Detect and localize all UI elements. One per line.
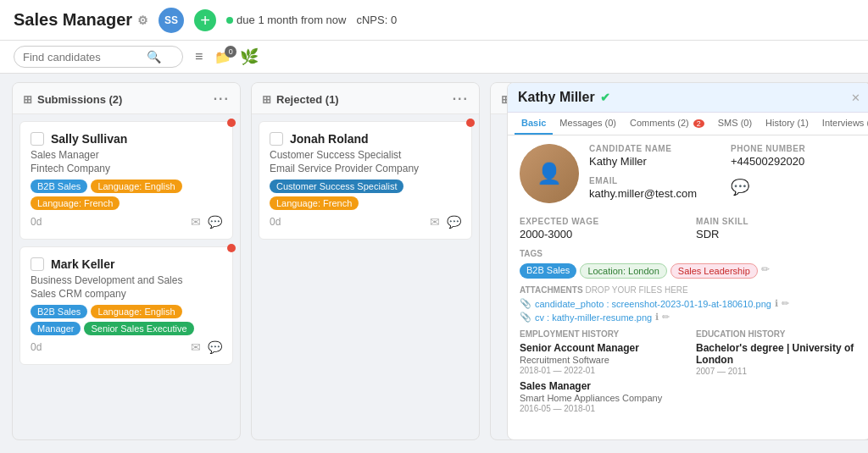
value-skill: SDR <box>696 228 859 240</box>
job-role-1: Senior Account Manager <box>520 342 682 354</box>
avatar-section: 👤 CANDIDATE NAME Kathy Miller PHONE NUMB… <box>520 144 859 208</box>
due-dot <box>226 17 233 24</box>
detail-header: Kathy Miller ✔ ✕ <box>508 83 868 113</box>
tag-manager-mark: Manager <box>31 322 81 335</box>
card-age-jonah: 0d <box>270 216 281 228</box>
employment-history: EMPLOYMENT HISTORY Senior Account Manage… <box>520 329 682 413</box>
add-button[interactable]: + <box>194 9 216 31</box>
edit-icon-1[interactable]: ✏ <box>782 298 789 309</box>
edit-tags-icon[interactable]: ✏ <box>761 263 770 279</box>
history-section: EMPLOYMENT HISTORY Senior Account Manage… <box>520 329 859 413</box>
job-company-2: Smart Home Appliances Company <box>520 393 682 403</box>
card-mark[interactable]: Mark Keller Business Development and Sal… <box>19 246 233 365</box>
company-sally: Fintech Company <box>31 163 222 174</box>
tab-interviews[interactable]: Interviews (0) <box>815 113 868 135</box>
rejected-menu[interactable]: ··· <box>453 91 469 107</box>
company-jonah: Email Service Provider Company <box>270 163 461 174</box>
detail-tag-sales: Sales Leadership <box>670 263 758 279</box>
comment-icon-sally[interactable]: 💬 <box>208 215 222 229</box>
email-icon-sally[interactable]: ✉ <box>191 215 201 229</box>
submissions-menu[interactable]: ··· <box>214 91 230 107</box>
rejected-column: ⊞ Rejected (1) ··· Jonah Roland Customer… <box>251 82 480 440</box>
tag-lang-en-sally: Language: English <box>91 180 181 193</box>
value-candidate-name: Kathy Miller <box>589 155 717 168</box>
detail-close-icon[interactable]: ✕ <box>851 91 860 104</box>
job-dates-2: 2016-05 — 2018-01 <box>520 404 682 413</box>
value-phone: +44500292020 <box>731 155 859 168</box>
grid-icon: ⊞ <box>23 93 32 106</box>
detail-panel: Kathy Miller ✔ ✕ Basic Messages (0) Comm… <box>507 82 868 440</box>
tab-history[interactable]: History (1) <box>759 113 815 135</box>
settings-icon[interactable]: ⚙ <box>137 14 148 27</box>
email-icon-mark[interactable]: ✉ <box>191 340 201 354</box>
leaf-icon[interactable]: 🌿 <box>240 47 259 66</box>
tags-mark: B2B Sales Language: English Manager Seni… <box>31 305 222 335</box>
tags-section-detail: TAGS B2B Sales Location: London Sales Le… <box>520 249 859 279</box>
role-mark: Business Development and Sales <box>31 274 222 286</box>
card-footer-sally: 0d ✉ 💬 <box>31 215 222 229</box>
card-footer-mark: 0d ✉ 💬 <box>31 340 222 354</box>
tab-comments[interactable]: Comments (2) 2 <box>623 113 711 135</box>
board: ⊞ Submissions (2) ··· Sally Sullivan Sal… <box>0 74 868 449</box>
candidate-avatar: 👤 <box>520 144 579 203</box>
rejected-title: Rejected (1) <box>276 93 339 106</box>
tags-label-detail: TAGS <box>520 249 859 258</box>
title-text: Sales Manager <box>14 10 132 30</box>
header: Sales Manager ⚙ SS + due 1 month from no… <box>0 0 868 41</box>
detail-candidate-name: Kathy Miller ✔ <box>518 90 610 105</box>
checkbox-jonah[interactable] <box>270 132 283 146</box>
chat-icon-detail[interactable]: 💬 <box>731 178 859 196</box>
candidate-name-jonah: Jonah Roland <box>290 132 369 146</box>
card-dot-1 <box>227 119 236 127</box>
folder-icon-wrap[interactable]: 📁 0 <box>214 49 231 65</box>
detail-body: 👤 CANDIDATE NAME Kathy Miller PHONE NUMB… <box>508 135 868 439</box>
attachment-2[interactable]: 📎 cv : kathy-miller-resume.png ℹ ✏ <box>520 312 859 323</box>
page-title: Sales Manager ⚙ <box>14 10 148 30</box>
detail-tags: B2B Sales Location: London Sales Leaders… <box>520 263 859 279</box>
detail-tabs: Basic Messages (0) Comments (2) 2 SMS (0… <box>508 113 868 135</box>
email-icon-jonah[interactable]: ✉ <box>430 215 440 229</box>
edu-degree-1: Bachelor's degree | University of London <box>696 342 859 366</box>
card-dot-2 <box>227 244 236 252</box>
cnps-text: cNPS: 0 <box>356 14 397 26</box>
employment-label: EMPLOYMENT HISTORY <box>520 329 682 339</box>
tab-messages[interactable]: Messages (0) <box>553 113 623 135</box>
tab-basic[interactable]: Basic <box>515 113 553 135</box>
label-phone: PHONE NUMBER <box>731 144 859 153</box>
tag-senior-mark: Senior Sales Executive <box>84 322 193 335</box>
folder-badge: 0 <box>225 46 236 58</box>
job-role-2: Sales Manager <box>520 380 682 392</box>
search-icon: 🔍 <box>147 50 161 64</box>
card-age-sally: 0d <box>31 216 42 228</box>
attachment-1[interactable]: 📎 candidate_photo : screenshot-2023-01-1… <box>520 298 859 309</box>
submissions-title: Submissions (2) <box>37 93 122 106</box>
due-badge: due 1 month from now cNPS: 0 <box>226 14 397 26</box>
edit-icon-2[interactable]: ✏ <box>662 312 670 323</box>
rejected-body: Jonah Roland Customer Success Specialist… <box>252 114 479 439</box>
tag-b2b-mark: B2B Sales <box>31 305 87 318</box>
info-icon-2: ℹ <box>655 312 659 323</box>
attachments-label: ATTACHMENTS DROP YOUR FILES HERE <box>520 285 859 295</box>
detail-name-text: Kathy Miller <box>518 90 595 105</box>
label-candidate-name: CANDIDATE NAME <box>589 144 717 153</box>
value-wage: 2000-3000 <box>520 228 682 240</box>
card-sally[interactable]: Sally Sullivan Sales Manager Fintech Com… <box>19 121 233 240</box>
checkbox-sally[interactable] <box>31 132 44 146</box>
card-dot-3 <box>466 119 475 127</box>
role-sally: Sales Manager <box>31 149 222 161</box>
info-icon-1: ℹ <box>775 298 778 309</box>
attach-icon-1: 📎 <box>520 298 531 309</box>
comment-icon-mark[interactable]: 💬 <box>208 340 222 354</box>
search-input[interactable] <box>23 51 142 64</box>
card-jonah[interactable]: Jonah Roland Customer Success Specialist… <box>259 121 472 240</box>
verified-icon: ✔ <box>600 91 610 104</box>
tag-lang-fr-sally: Language: French <box>31 196 120 210</box>
comment-icon-jonah[interactable]: 💬 <box>447 215 461 229</box>
toolbar: 🔍 ≡ 📁 0 🌿 <box>0 41 868 74</box>
candidate-name-sally: Sally Sullivan <box>51 132 127 146</box>
tab-sms[interactable]: SMS (0) <box>711 113 759 135</box>
filter-icon[interactable]: ≡ <box>192 46 206 68</box>
checkbox-mark[interactable] <box>31 257 44 271</box>
search-wrap[interactable]: 🔍 <box>14 46 183 68</box>
card-age-mark: 0d <box>31 341 42 353</box>
